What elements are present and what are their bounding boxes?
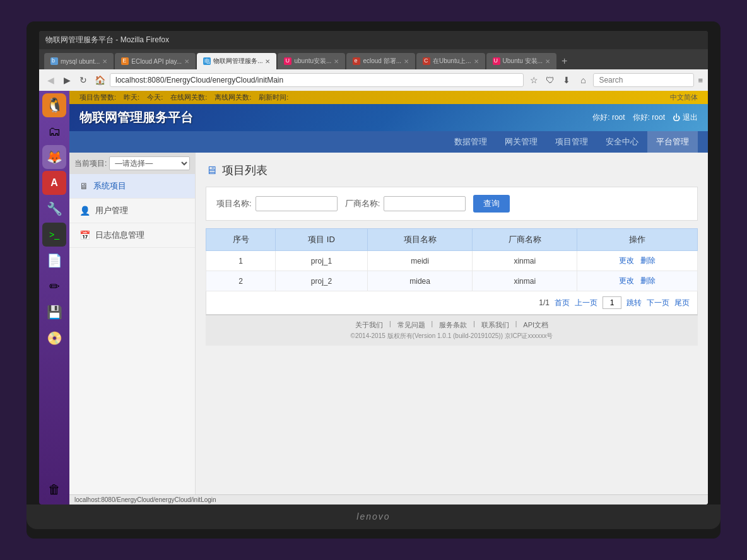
table-header-row: 序号 项目 ID 项目名称 厂商名称 操作 (206, 229, 698, 251)
first-page-button[interactable]: 首页 (555, 298, 570, 308)
row1-seq: 1 (206, 251, 276, 271)
home-button[interactable]: 🏠 (93, 75, 106, 85)
forward-button[interactable]: ▶ (61, 75, 73, 85)
ubuntu-draw-icon[interactable]: ✏ (42, 274, 66, 298)
ubuntu-drive2-icon[interactable]: 📀 (42, 326, 66, 350)
footer-about[interactable]: 关于我们 (355, 320, 383, 330)
section-header: 🖥 项目列表 (206, 163, 698, 178)
vendor-name-group: 厂商名称: (345, 196, 466, 211)
nav-platform[interactable]: 平台管理 (647, 131, 698, 153)
nav-security[interactable]: 安全中心 (597, 131, 647, 153)
nav-gateway[interactable]: 网关管理 (496, 131, 546, 153)
reload-button[interactable]: ↻ (77, 75, 90, 85)
sidebar-item-user-mgmt[interactable]: 👤 用户管理 (69, 199, 195, 223)
tab-1[interactable]: b mysql ubunt... ✕ (44, 53, 114, 69)
ubuntu-firefox-icon[interactable]: 🦊 (42, 145, 66, 169)
app-footer: 关于我们 | 常见问题 | 服务条款 | 联系我们 | API文档 ©2014-… (206, 315, 698, 346)
ubuntu-terminal-icon[interactable]: >_ (42, 223, 66, 247)
nav-project[interactable]: 项目管理 (546, 131, 597, 153)
row2-actions: 更改 删除 (577, 271, 698, 291)
footer-contact[interactable]: 联系我们 (481, 320, 509, 330)
shield-icon: 🛡 (544, 75, 556, 85)
tab-3-label: 物联网管理服务... (213, 57, 262, 66)
side-menu: 当前项目: —请选择— 🖥 系统项目 👤 用户管理 (69, 153, 196, 494)
home-nav-button[interactable]: ⌂ (577, 75, 589, 85)
tab-1-close[interactable]: ✕ (102, 58, 107, 65)
row1-delete-button[interactable]: 删除 (640, 256, 656, 265)
tab-6[interactable]: C 在Ubuntu上... ✕ (416, 53, 485, 69)
browser-addressbar: ◀ ▶ ↻ 🏠 ☆ 🛡 ⬇ ⌂ ≡ (39, 69, 708, 91)
sys-project-icon: 🖥 (79, 181, 88, 191)
logout-icon: ⏻ (673, 114, 680, 122)
user-mgmt-icon: 👤 (79, 206, 90, 216)
sidebar-item-sys-project[interactable]: 🖥 系统项目 (69, 174, 195, 199)
tab-4[interactable]: U ubuntu安装... ✕ (278, 53, 345, 69)
project-name-input[interactable] (256, 196, 338, 211)
web-page: 项目告警数: 昨天: 今天: 在线网关数: 离线网关数: 刷新时间: 中文简体 … (69, 91, 708, 505)
ubuntu-document-icon[interactable]: 📄 (42, 248, 66, 272)
ubuntu-trash-icon[interactable]: 🗑 (42, 478, 66, 502)
row2-seq: 2 (206, 271, 276, 291)
col-seq: 序号 (206, 229, 276, 251)
ubuntu-home-icon[interactable]: 🐧 (42, 93, 66, 117)
footer-links: 关于我们 | 常见问题 | 服务条款 | 联系我们 | API文档 (211, 320, 693, 330)
yesterday-label: 昨天: (124, 93, 139, 102)
tab-3-close[interactable]: ✕ (265, 58, 270, 65)
ubuntu-texteditor-icon[interactable]: A (42, 171, 66, 195)
ubuntu-drive1-icon[interactable]: 💾 (42, 300, 66, 324)
laptop-shell: 物联网管理服务平台 - Mozilla Firefox b mysql ubun… (26, 21, 721, 539)
browser-titlebar: 物联网管理服务平台 - Mozilla Firefox (39, 31, 708, 49)
row1-project-name: meidi (367, 251, 472, 271)
row2-edit-button[interactable]: 更改 (619, 276, 634, 285)
table-row: 1 proj_1 meidi xinmai 更改 删除 (206, 251, 698, 271)
tab-2-favicon: E (121, 57, 129, 65)
tab-add-button[interactable]: + (558, 53, 571, 69)
next-page-button[interactable]: 下一页 (647, 298, 669, 308)
sys-project-label: 系统项目 (93, 180, 126, 192)
main-content: 🖥 项目列表 项目名称: 厂商名称: (196, 153, 708, 494)
logout-button[interactable]: ⏻ 退出 (673, 112, 698, 123)
tab-2[interactable]: E ECloud API play... ✕ (115, 53, 196, 69)
lang-switcher[interactable]: 中文简体 (670, 93, 698, 102)
last-page-button[interactable]: 尾页 (674, 298, 690, 308)
project-select[interactable]: —请选择— (109, 156, 190, 170)
log-mgmt-icon: 📅 (79, 230, 90, 240)
tab-4-favicon: U (284, 57, 291, 65)
search-button[interactable]: 查询 (473, 195, 510, 213)
footer-terms[interactable]: 服务条款 (439, 320, 467, 330)
menu-icon[interactable]: ≡ (698, 76, 703, 85)
tab-2-close[interactable]: ✕ (184, 58, 189, 65)
back-button[interactable]: ◀ (44, 75, 57, 85)
tab-7[interactable]: U Ubuntu 安装... ✕ (486, 53, 556, 69)
vendor-name-input[interactable] (384, 196, 466, 211)
tab-4-close[interactable]: ✕ (334, 58, 339, 65)
footer-faq[interactable]: 常见问题 (397, 320, 425, 330)
user-greeting: 你好: root (592, 112, 625, 123)
page-info: 1/1 (539, 298, 550, 307)
tab-5[interactable]: e ecloud 部署... ✕ (346, 53, 415, 69)
log-mgmt-label: 日志信息管理 (95, 230, 144, 241)
tab-3[interactable]: 电 物联网管理服务... ✕ (197, 53, 276, 69)
prev-page-button[interactable]: 上一页 (575, 298, 597, 308)
sidebar-item-log-mgmt[interactable]: 📅 日志信息管理 (69, 223, 195, 248)
footer-api[interactable]: API文档 (523, 320, 548, 330)
refresh-label: 刷新时间: (259, 93, 288, 102)
today-label: 今天: (147, 93, 163, 102)
browser-search-input[interactable] (593, 73, 694, 87)
page-number-input[interactable] (603, 296, 621, 309)
address-input[interactable] (110, 73, 524, 87)
row1-edit-button[interactable]: 更改 (619, 256, 634, 265)
tab-6-close[interactable]: ✕ (474, 58, 479, 65)
laptop-brand: lenovo (356, 511, 390, 522)
tab-7-favicon: U (493, 57, 500, 65)
tab-7-label: Ubuntu 安装... (503, 57, 543, 66)
ubuntu-settings-icon[interactable]: 🔧 (42, 197, 66, 221)
tab-7-close[interactable]: ✕ (545, 58, 550, 65)
nav-data[interactable]: 数据管理 (445, 131, 496, 153)
bookmark-button[interactable]: ☆ (527, 75, 540, 85)
ubuntu-files-icon[interactable]: 🗂 (42, 119, 66, 143)
tab-5-close[interactable]: ✕ (404, 58, 409, 65)
jump-button[interactable]: 跳转 (626, 298, 642, 308)
browser-statusbar: localhost:8080/EnergyCloud/energyCloud/i… (69, 494, 708, 505)
row2-delete-button[interactable]: 删除 (640, 276, 656, 285)
